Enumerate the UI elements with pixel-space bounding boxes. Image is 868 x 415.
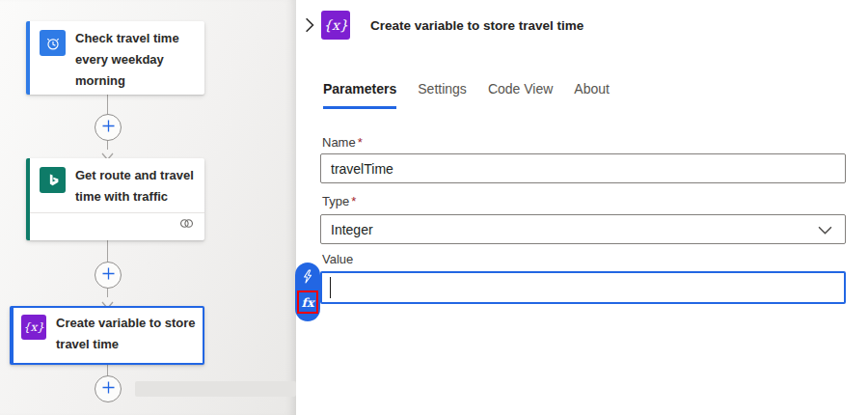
action-details-panel: {x} Create variable to store travel time… [296, 0, 868, 415]
variable-icon: {x} [21, 315, 46, 340]
type-field-label: Type* [322, 194, 356, 208]
variable-icon: {x} [321, 11, 350, 40]
panel-title: Create variable to store travel time [370, 18, 583, 33]
name-field-label: Name* [322, 135, 363, 150]
chevron-down-icon [818, 222, 832, 237]
recurrence-clock-icon [40, 30, 66, 56]
flow-card-create-variable[interactable]: {x} Create variable to store travel time [10, 306, 204, 365]
card-title: Check travel time every weekday morning [75, 28, 197, 92]
add-icon [101, 266, 116, 285]
add-icon [101, 380, 116, 399]
tab-code-view[interactable]: Code View [488, 81, 553, 109]
insert-step-button[interactable] [95, 262, 122, 289]
insert-step-button[interactable] [95, 375, 122, 402]
expression-button[interactable]: fx [297, 290, 318, 314]
lightning-icon [302, 269, 313, 288]
value-input-wrapper [320, 271, 846, 304]
value-input[interactable] [322, 273, 844, 302]
tab-settings[interactable]: Settings [418, 81, 467, 109]
required-asterisk: * [351, 194, 356, 208]
insert-step-button[interactable] [95, 114, 122, 141]
dynamic-content-button[interactable] [298, 268, 317, 288]
required-asterisk: * [358, 135, 363, 150]
flow-card-trigger[interactable]: Check travel time every weekday morning [26, 21, 204, 95]
text-cursor [330, 277, 331, 298]
type-dropdown-value: Integer [331, 222, 373, 237]
tab-bar: Parameters Settings Code View About [323, 81, 610, 109]
card-title: Create variable to store travel time [56, 313, 197, 355]
type-dropdown[interactable]: Integer [320, 214, 846, 244]
name-input[interactable] [320, 153, 846, 183]
bing-maps-icon [40, 167, 66, 193]
tab-parameters[interactable]: Parameters [323, 81, 396, 109]
collapse-panel-button[interactable] [304, 16, 323, 36]
flow-canvas: Check travel time every weekday morning … [0, 0, 296, 415]
connection-icon [178, 216, 195, 234]
value-field-label: Value [322, 252, 353, 266]
flow-card-bing-maps[interactable]: Get route and travel time with traffic [26, 158, 204, 240]
chevron-right-icon [304, 20, 315, 37]
card-title: Get route and travel time with traffic [75, 165, 197, 208]
tab-about[interactable]: About [574, 81, 610, 109]
horizontal-scrollbar-thumb[interactable] [135, 381, 296, 397]
add-icon [101, 119, 116, 137]
dynamic-content-pill: fx [295, 263, 320, 321]
